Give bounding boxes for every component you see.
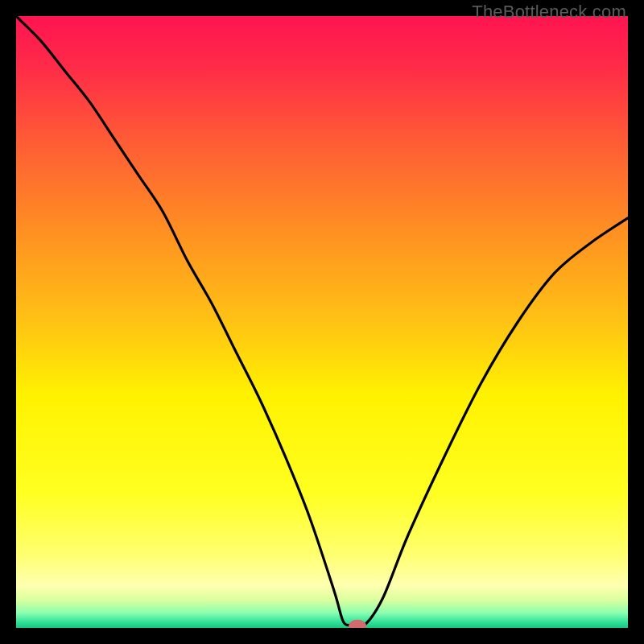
watermark-text: TheBottleneck.com	[472, 2, 626, 23]
gradient-background	[16, 16, 628, 628]
bottleneck-chart	[16, 16, 628, 628]
